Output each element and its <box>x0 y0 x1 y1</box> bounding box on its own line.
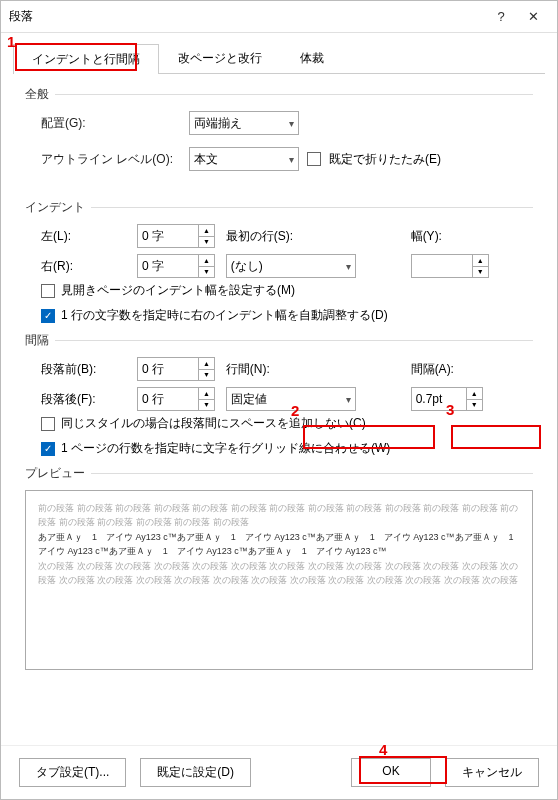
divider <box>91 207 533 208</box>
spin-down-icon[interactable]: ▼ <box>199 237 214 248</box>
after-label: 段落後(F): <box>41 391 131 408</box>
indent-right-label: 右(R): <box>41 258 131 275</box>
indent-width-spinner[interactable]: ▲▼ <box>411 254 489 278</box>
chevron-down-icon: ▾ <box>289 154 294 165</box>
at-input[interactable] <box>411 387 467 411</box>
no-space-label: 同じスタイルの場合は段落間にスペースを追加しない(C) <box>61 415 366 432</box>
after-spinner[interactable]: ▲▼ <box>137 387 215 411</box>
preview-sample-text: あア亜Ａｙ 1 アイウ Ay123 c™あア亜Ａｙ 1 アイウ Ay123 c™… <box>38 530 520 559</box>
indent-heading: インデント <box>25 199 85 218</box>
outline-label: アウトライン レベル(O): <box>41 151 181 168</box>
spin-up-icon[interactable]: ▲ <box>467 388 482 400</box>
spin-up-icon[interactable]: ▲ <box>199 358 214 370</box>
spin-down-icon[interactable]: ▼ <box>467 400 482 411</box>
outline-select[interactable]: 本文 ▾ <box>189 147 299 171</box>
indent-width-input[interactable] <box>411 254 473 278</box>
snap-grid-checkbox[interactable]: ✓ <box>41 442 55 456</box>
chevron-down-icon: ▾ <box>289 118 294 129</box>
first-line-select[interactable]: (なし) ▾ <box>226 254 356 278</box>
group-indent: インデント <box>25 195 533 218</box>
chevron-down-icon: ▾ <box>346 394 351 405</box>
titlebar: 段落 ? ✕ <box>1 1 557 33</box>
mirror-indent-checkbox[interactable] <box>41 284 55 298</box>
spin-down-icon[interactable]: ▼ <box>199 267 214 278</box>
tab-indent-spacing[interactable]: インデントと行間隔 <box>13 44 159 74</box>
spin-up-icon[interactable]: ▲ <box>199 255 214 267</box>
tab-page-break[interactable]: 改ページと改行 <box>159 43 281 73</box>
at-spinner[interactable]: ▲▼ <box>411 387 483 411</box>
set-default-button[interactable]: 既定に設定(D) <box>140 758 251 787</box>
collapse-checkbox[interactable] <box>307 152 321 166</box>
first-line-label: 最初の行(S): <box>226 228 293 245</box>
preview-after-text: 次の段落 次の段落 次の段落 次の段落 次の段落 次の段落 次の段落 次の段落 … <box>38 559 520 588</box>
outline-value: 本文 <box>194 151 218 168</box>
indent-width-label: 幅(Y): <box>411 228 442 245</box>
spin-up-icon[interactable]: ▲ <box>199 225 214 237</box>
indent-left-label: 左(L): <box>41 228 131 245</box>
before-input[interactable] <box>137 357 199 381</box>
auto-adjust-checkbox[interactable]: ✓ <box>41 309 55 323</box>
preview-before-text: 前の段落 前の段落 前の段落 前の段落 前の段落 前の段落 前の段落 前の段落 … <box>38 501 520 530</box>
auto-adjust-label: 1 行の文字数を指定時に右のインデント幅を自動調整する(D) <box>61 307 388 324</box>
line-spacing-label: 行間(N): <box>226 361 270 378</box>
indent-left-spinner[interactable]: ▲▼ <box>137 224 215 248</box>
group-general: 全般 <box>25 82 533 105</box>
indent-right-spinner[interactable]: ▲▼ <box>137 254 215 278</box>
tab-asian[interactable]: 体裁 <box>281 43 343 73</box>
dialog-content: 全般 配置(G): 両端揃え ▾ アウトライン レベル(O): 本文 ▾ 既定で… <box>1 74 557 745</box>
divider <box>91 473 533 474</box>
close-button[interactable]: ✕ <box>517 9 549 24</box>
group-preview: プレビュー <box>25 461 533 484</box>
spin-up-icon[interactable]: ▲ <box>473 255 488 267</box>
spin-down-icon[interactable]: ▼ <box>199 400 214 411</box>
tab-strip: インデントと行間隔 改ページと改行 体裁 <box>13 43 545 74</box>
spacing-heading: 間隔 <box>25 332 49 351</box>
before-spinner[interactable]: ▲▼ <box>137 357 215 381</box>
collapse-label: 既定で折りたたみ(E) <box>329 151 441 168</box>
alignment-label: 配置(G): <box>41 115 181 132</box>
alignment-select[interactable]: 両端揃え ▾ <box>189 111 299 135</box>
at-label: 間隔(A): <box>411 361 454 378</box>
preview-box: 前の段落 前の段落 前の段落 前の段落 前の段落 前の段落 前の段落 前の段落 … <box>25 490 533 670</box>
cancel-button[interactable]: キャンセル <box>445 758 539 787</box>
no-space-checkbox[interactable] <box>41 417 55 431</box>
preview-heading: プレビュー <box>25 465 85 484</box>
paragraph-dialog: 1 2 3 4 段落 ? ✕ インデントと行間隔 改ページと改行 体裁 全般 配… <box>0 0 558 800</box>
line-spacing-select[interactable]: 固定値 ▾ <box>226 387 356 411</box>
indent-right-input[interactable] <box>137 254 199 278</box>
dialog-footer: タブ設定(T)... 既定に設定(D) OK キャンセル <box>1 745 557 799</box>
mirror-indent-label: 見開きページのインデント幅を設定する(M) <box>61 282 295 299</box>
line-spacing-value: 固定値 <box>231 391 267 408</box>
spin-down-icon[interactable]: ▼ <box>473 267 488 278</box>
alignment-value: 両端揃え <box>194 115 242 132</box>
spin-down-icon[interactable]: ▼ <box>199 370 214 381</box>
ok-button[interactable]: OK <box>351 758 431 787</box>
help-button[interactable]: ? <box>485 9 517 24</box>
snap-grid-label: 1 ページの行数を指定時に文字を行グリッド線に合わせる(W) <box>61 440 390 457</box>
before-label: 段落前(B): <box>41 361 131 378</box>
divider <box>55 340 533 341</box>
first-line-value: (なし) <box>231 258 263 275</box>
chevron-down-icon: ▾ <box>346 261 351 272</box>
dialog-title: 段落 <box>9 8 485 25</box>
divider <box>55 94 533 95</box>
general-heading: 全般 <box>25 86 49 105</box>
group-spacing: 間隔 <box>25 328 533 351</box>
after-input[interactable] <box>137 387 199 411</box>
spin-up-icon[interactable]: ▲ <box>199 388 214 400</box>
tabs-button[interactable]: タブ設定(T)... <box>19 758 126 787</box>
indent-left-input[interactable] <box>137 224 199 248</box>
